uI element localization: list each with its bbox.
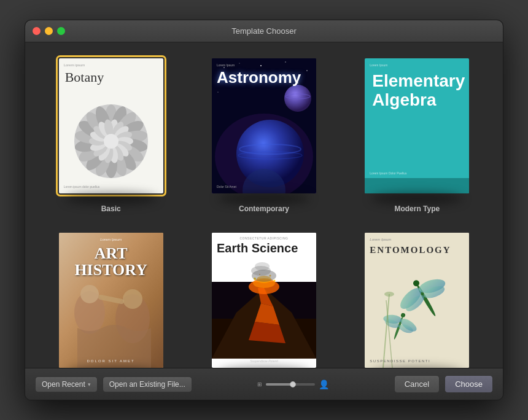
close-button[interactable] (33, 27, 41, 35)
cancel-label: Cancel (405, 379, 429, 389)
astronomy-footer: Dolor Sit Amet (217, 185, 236, 189)
botany-title: Botany (65, 69, 104, 85)
zoom-control: ⊞ 👤 (257, 379, 329, 389)
earthscience-footer: Suspendisse Potenti (250, 359, 278, 363)
template-item-algebra[interactable]: Lorem Ipsum Elementary Algebra Lorem Ips… (350, 55, 484, 217)
algebra-bottom-bar (365, 178, 469, 193)
botany-flower-art (71, 101, 151, 181)
template-chooser-window: Template Chooser Lorem ipsum Botany (25, 20, 503, 400)
template-item-botany[interactable]: Lorem ipsum Botany (44, 55, 178, 217)
svg-point-79 (255, 262, 270, 271)
cover-entomology: Lorem Ipsum ENTOMOLOGY SUSPENDISSE POTEN… (365, 233, 469, 368)
svg-point-47 (217, 91, 218, 92)
template-item-earthscience[interactable]: CONSECTETUR ADIPISCING Earth Science Sus… (196, 229, 331, 368)
svg-point-60 (123, 289, 142, 309)
window-title: Template Chooser (231, 26, 297, 36)
entomology-footer: SUSPENDISSE POTENTI (370, 359, 430, 363)
entomology-title: ENTOMOLOGY (370, 245, 451, 255)
cover-wrapper-botany: Lorem ipsum Botany (59, 58, 163, 193)
algebra-top-text: Lorem Ipsum (370, 63, 387, 67)
astronomy-title: Astronomy (217, 68, 301, 87)
template-label-algebra: Modern Type (394, 204, 440, 213)
cover-wrapper-earthscience: CONSECTETUR ADIPISCING Earth Science Sus… (212, 233, 316, 368)
arthistory-top-text: Lorem Ipsum (100, 238, 122, 241)
zoom-slider[interactable] (266, 383, 315, 386)
open-recent-button[interactable]: Open Recent ▾ (35, 376, 98, 392)
cover-earthscience: CONSECTETUR ADIPISCING Earth Science Sus… (212, 233, 316, 368)
person-icon: 👤 (319, 379, 329, 389)
cover-wrapper-entomology: Lorem Ipsum ENTOMOLOGY SUSPENDISSE POTEN… (365, 233, 469, 368)
svg-point-40 (239, 63, 239, 63)
astronomy-top-text: Lorem Ipsum (217, 63, 235, 67)
botany-footer: Lorem ipsum dolor puellus (64, 185, 100, 189)
zoom-slider-thumb (290, 381, 296, 387)
window-controls (33, 27, 65, 35)
template-label-botany: Basic (101, 204, 121, 213)
cancel-button[interactable]: Cancel (394, 375, 440, 393)
botany-top-text: Lorem ipsum (64, 63, 85, 67)
titlebar: Template Chooser (25, 20, 503, 42)
cover-algebra: Lorem Ipsum Elementary Algebra Lorem Ips… (365, 58, 469, 193)
toolbar: Open Recent ▾ Open an Existing File... ⊞… (25, 368, 503, 400)
cover-astronomy: Lorem Ipsum Astronomy Dolor Sit Amet (212, 58, 316, 193)
cover-arthistory: Lorem Ipsum ARTHISTORY DOLOR SIT AMET (59, 233, 163, 368)
template-item-entomology[interactable]: Lorem Ipsum ENTOMOLOGY SUSPENDISSE POTEN… (350, 229, 484, 368)
entomology-top-text: Lorem Ipsum (370, 238, 391, 241)
svg-point-95 (384, 292, 394, 297)
template-label-astronomy: Contemporary (239, 204, 289, 213)
cover-wrapper-algebra: Lorem Ipsum Elementary Algebra Lorem Ips… (365, 58, 469, 193)
arthistory-title: ARTHISTORY (74, 245, 147, 279)
zoom-small-icon: ⊞ (257, 381, 262, 387)
svg-point-37 (104, 134, 118, 149)
choose-label: Choose (455, 379, 483, 389)
chevron-down-icon: ▾ (88, 381, 91, 387)
algebra-footer: Lorem Ipsum Dolor Puellus (370, 171, 406, 175)
earthscience-title: Earth Science (217, 241, 311, 255)
cover-wrapper-arthistory: Lorem Ipsum ARTHISTORY DOLOR SIT AMET (59, 233, 163, 368)
choose-button[interactable]: Choose (445, 375, 493, 393)
open-recent-label: Open Recent (42, 380, 85, 389)
svg-point-75 (273, 280, 275, 282)
svg-point-41 (260, 65, 262, 66)
cover-botany: Lorem ipsum Botany (59, 58, 163, 193)
algebra-title: Elementary Algebra (372, 72, 462, 110)
template-item-astronomy[interactable]: Lorem Ipsum Astronomy Dolor Sit Amet Con… (196, 55, 331, 217)
open-existing-button[interactable]: Open an Existing File... (103, 376, 192, 392)
template-item-arthistory[interactable]: Lorem Ipsum ARTHISTORY DOLOR SIT AMET Cl… (44, 229, 178, 368)
cover-wrapper-astronomy: Lorem Ipsum Astronomy Dolor Sit Amet (212, 58, 316, 193)
zoom-slider-fill (266, 383, 293, 386)
arthistory-footer: DOLOR SIT AMET (87, 359, 135, 363)
template-grid: Lorem ipsum Botany (44, 55, 484, 368)
open-existing-label: Open an Existing File... (109, 380, 185, 389)
maximize-button[interactable] (57, 27, 65, 35)
svg-point-43 (306, 70, 308, 71)
content-area: Lorem ipsum Botany (25, 42, 503, 368)
minimize-button[interactable] (45, 27, 53, 35)
svg-point-76 (251, 282, 252, 284)
svg-point-58 (80, 285, 99, 303)
earthscience-top-text: CONSECTETUR ADIPISCING (239, 236, 288, 240)
svg-point-42 (285, 61, 285, 62)
